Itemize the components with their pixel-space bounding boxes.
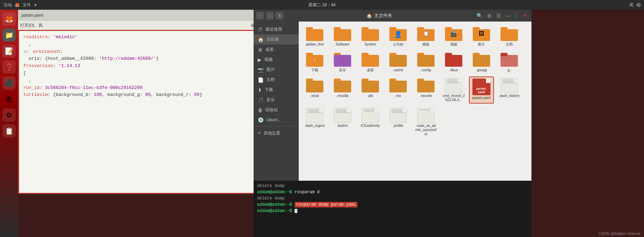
folder-cache-icon: [389, 52, 407, 67]
file-cmd-record[interactable]: cmd_record_2022-06-2...: [441, 76, 466, 104]
file-bash-history[interactable]: .bash_history: [497, 76, 522, 104]
folder-dbus-icon: [445, 52, 463, 67]
file-template[interactable]: 模板: [413, 25, 438, 48]
file-ice[interactable]: ICEauthority: [358, 106, 383, 138]
dock-trash[interactable]: 🗑: [2, 92, 16, 106]
sidebar-ubuntu[interactable]: 💿 Ubunt...: [254, 115, 299, 125]
file-wendan[interactable]: 文档: [497, 25, 522, 48]
sidebar-other[interactable]: + 其他位置: [254, 128, 299, 138]
nav-up[interactable]: ⬆: [276, 12, 283, 19]
sidebar-desktop[interactable]: 🖥 桌面: [254, 44, 299, 55]
file-config[interactable]: .config: [413, 51, 438, 74]
file-param-yaml[interactable]: param.yaml param.yaml: [469, 76, 494, 104]
view-icon[interactable]: ⊞: [486, 12, 493, 19]
fm-titlebar: ‹ › ⬆ 🏠 主文件夹 🔍 ⊞ ☰ — □ ✕: [254, 10, 531, 22]
file-dbus[interactable]: .dbus: [441, 51, 466, 74]
dock-firefox[interactable]: 🦊: [2, 13, 16, 26]
lang-indicator[interactable]: 英: [629, 2, 634, 8]
sidebar-home[interactable]: 🏠 主目录: [254, 34, 299, 44]
search-icon[interactable]: 🔍: [475, 12, 484, 19]
docs-icon: 📄: [258, 77, 264, 83]
fm-sidebar: ⏱ 最近使用 🏠 主目录 🖥 桌面 ▶ 视频 📷 图片 📄 文档: [254, 22, 299, 186]
sidebar-downloads[interactable]: ⬇ 下载: [254, 85, 299, 95]
close-icon[interactable]: ✕: [522, 12, 529, 19]
folder-g-icon: [500, 52, 518, 67]
file-vscode[interactable]: .vscode: [413, 76, 438, 104]
file-gnupg-label: .gnupg: [476, 68, 487, 72]
file-g[interactable]: .g..: [497, 51, 522, 74]
file-profile[interactable]: .profile: [386, 106, 411, 138]
file-menu[interactable]: 文件: [23, 2, 31, 8]
sidebar-trash[interactable]: 🗑 回收站: [254, 105, 299, 115]
file-bash-logout[interactable]: .bash_logout: [302, 106, 327, 138]
file-sudo[interactable]: .sudo_as_admin_successful: [413, 106, 438, 138]
video-icon: ▶: [258, 57, 262, 63]
file-config-label: .config: [421, 68, 431, 72]
editor-menubar[interactable]: 打开(O) 风 保存: [18, 21, 261, 30]
file-ros[interactable]: .ros: [386, 76, 411, 104]
sidebar-downloads-label: 下载: [265, 87, 273, 93]
add-icon: +: [258, 130, 261, 136]
fm-main[interactable]: addam_first Software System: [299, 22, 531, 186]
folder-mozilla-icon: [333, 78, 352, 93]
sidebar-pictures-label: 图片: [266, 67, 275, 73]
bash-logout-icon: [306, 108, 323, 123]
file-addam-first[interactable]: addam_first: [302, 25, 327, 48]
dock-files[interactable]: 📁: [2, 28, 16, 42]
downloads-icon: ⬇: [258, 87, 262, 93]
sidebar-pictures[interactable]: 📷 图片: [254, 65, 299, 75]
sidebar-docs[interactable]: 📄 文档: [254, 75, 299, 85]
dock-terminal[interactable]: ⬛: [2, 76, 16, 90]
dock: 🦊 📁 📝 ❓ ⬛ 🗑 ⚙ 📋: [0, 10, 18, 237]
file-cmd-label: cmd_record_2022-06-2...: [443, 94, 465, 102]
file-desktop[interactable]: 桌面: [358, 51, 383, 74]
sidebar-desktop-label: 桌面: [265, 47, 274, 52]
folder-config-icon: [417, 52, 435, 67]
file-download[interactable]: 下载: [302, 51, 327, 74]
folder-public-icon: [389, 26, 407, 42]
file-bashrc[interactable]: .bashrc: [330, 106, 355, 138]
file-music[interactable]: 音乐: [330, 51, 355, 74]
minimize-icon[interactable]: —: [504, 12, 512, 19]
dock-help[interactable]: ❓: [2, 60, 16, 74]
folder-template-icon: [417, 26, 435, 42]
sidebar-music[interactable]: 🎵 音乐: [254, 95, 299, 105]
file-pki[interactable]: .pki: [358, 76, 383, 104]
dock-office[interactable]: 📝: [2, 44, 16, 58]
file-wendan-label: 文档: [506, 42, 513, 47]
file-gnupg[interactable]: .gnupg: [469, 51, 494, 74]
sidebar-video-label: 视频: [264, 57, 273, 63]
sidebar-recent[interactable]: ⏱ 最近使用: [254, 24, 299, 34]
file-cache[interactable]: .cache: [386, 51, 411, 74]
terminal-content[interactable]: delete dump addam@addam:~$ rosparam d de…: [254, 181, 531, 216]
bash-history-icon: [501, 78, 518, 93]
file-software[interactable]: Software: [330, 25, 355, 48]
maximize-icon[interactable]: □: [514, 12, 520, 19]
fm-toolbar-right: 🔍 ⊞ ☰ — □ ✕: [475, 12, 529, 19]
nav-forward[interactable]: ›: [266, 12, 274, 19]
sidebar-video[interactable]: ▶ 视频: [254, 55, 299, 65]
folder-desktop-icon: [361, 52, 379, 67]
menu-icon[interactable]: ☰: [495, 12, 502, 19]
editor-content[interactable]: rosdistro: 'melodic' , 18.uroslaunch: ur…: [18, 30, 261, 194]
menu-wind[interactable]: 风: [39, 23, 43, 28]
file-local[interactable]: .local: [302, 76, 327, 104]
folder-software-icon: [333, 26, 352, 42]
nav-back[interactable]: ‹: [256, 12, 264, 19]
terminal[interactable]: delete dump addam@addam:~$ rosparam d de…: [254, 181, 531, 237]
file-video[interactable]: 视频: [441, 25, 466, 48]
file-pic[interactable]: 图片: [469, 25, 494, 48]
activity-label[interactable]: 活动: [3, 2, 12, 8]
file-mozilla[interactable]: .mozilla: [330, 76, 355, 104]
power-icon[interactable]: ⏻: [636, 2, 641, 7]
file-system-label: System: [364, 42, 376, 47]
trash-icon: 🗑: [258, 107, 263, 113]
file-local-label: .local: [311, 94, 319, 98]
menu-open[interactable]: 打开(O): [20, 23, 34, 28]
folder-pic-icon: [472, 26, 490, 42]
dock-notepad[interactable]: 📋: [2, 124, 16, 138]
dock-settings[interactable]: ⚙: [2, 108, 16, 122]
file-public[interactable]: 公共的: [386, 25, 411, 48]
file-system[interactable]: System: [358, 25, 383, 48]
folder-video-icon: [445, 26, 463, 42]
